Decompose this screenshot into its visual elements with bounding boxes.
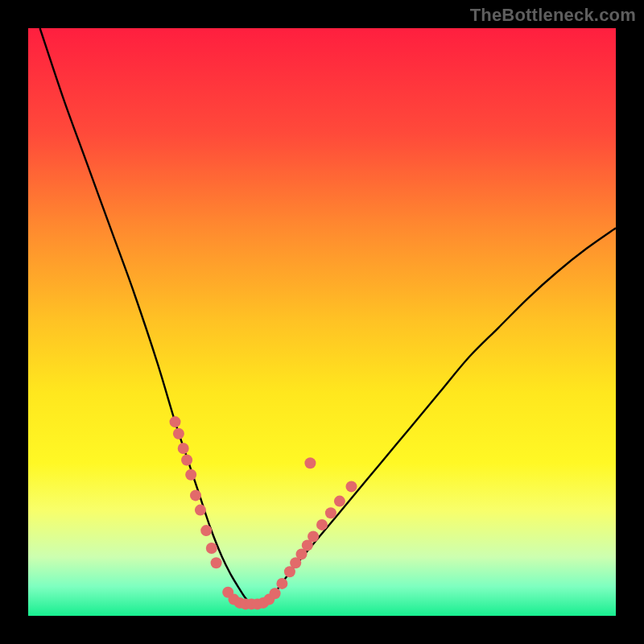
highlight-dot bbox=[190, 489, 201, 501]
highlight-dot bbox=[170, 416, 181, 427]
highlight-dot bbox=[276, 578, 287, 589]
chart-svg bbox=[28, 28, 616, 616]
highlight-dot bbox=[185, 469, 196, 481]
highlight-dot bbox=[173, 428, 184, 440]
highlight-dot bbox=[178, 443, 189, 454]
highlight-dot bbox=[211, 557, 222, 568]
highlight-dot bbox=[308, 531, 319, 543]
highlight-dot bbox=[181, 455, 192, 466]
highlight-dot bbox=[206, 543, 217, 554]
highlight-dot bbox=[270, 588, 281, 599]
highlight-dot bbox=[200, 525, 212, 536]
highlight-dot bbox=[316, 519, 328, 530]
chart-frame: TheBottleneck.com bbox=[0, 0, 644, 644]
highlight-dot bbox=[334, 496, 345, 507]
highlight-dot bbox=[325, 507, 336, 518]
plot-area bbox=[28, 28, 616, 616]
highlight-dot bbox=[346, 481, 357, 492]
highlight-dot bbox=[304, 457, 316, 469]
highlight-dots-group bbox=[170, 416, 357, 609]
bottleneck-curve bbox=[40, 28, 616, 605]
watermark-text: TheBottleneck.com bbox=[470, 5, 636, 26]
highlight-dot bbox=[195, 505, 206, 516]
